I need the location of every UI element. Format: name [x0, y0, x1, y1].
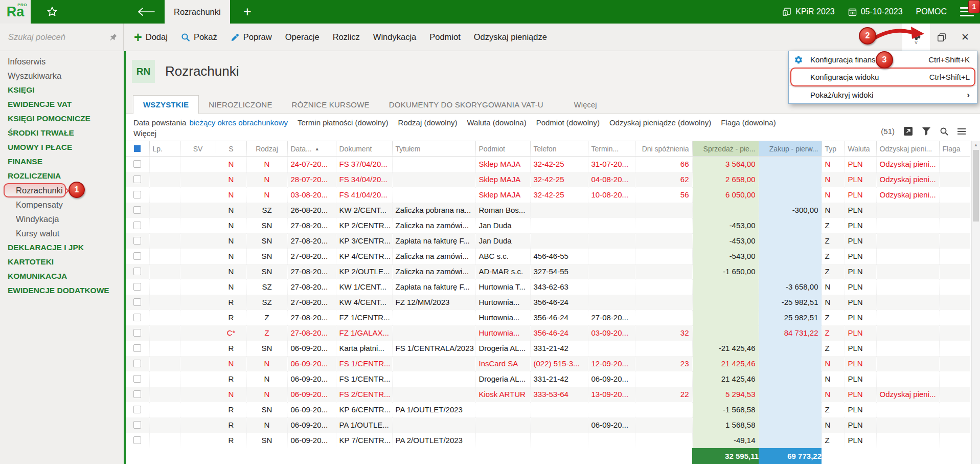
filter-waluta-dowolna[interactable]: Waluta (dowolna) — [467, 118, 526, 127]
sidebar-item-ewidencje-dodatkowe[interactable]: EWIDENCJE DODATKOWE — [0, 283, 124, 298]
filter-funnel-icon[interactable] — [922, 127, 931, 136]
table-row[interactable]: RZ27-08-20...FZ 1/CENTR...Hurtownia...35… — [126, 310, 970, 325]
app-logo[interactable]: Ra PRO — [0, 0, 31, 24]
row-checkbox[interactable] — [133, 298, 141, 306]
table-row[interactable]: NSN27-08-20...KP 3/CENTR...Zapłata na fa… — [126, 233, 970, 249]
sidebar-item-rozliczenia[interactable]: ROZLICZENIA — [0, 169, 124, 183]
column-header-sv[interactable]: SV — [180, 141, 216, 157]
favorites-star-icon[interactable] — [46, 6, 58, 18]
select-all-checkbox[interactable] — [134, 145, 141, 152]
toolbar-button-windykacja[interactable]: Windykacja — [373, 32, 416, 42]
table-row[interactable]: NSN27-08-20...KP 2/OUTLE...Zaliczka na z… — [126, 264, 970, 279]
search-icon[interactable] — [940, 127, 949, 136]
help-menu[interactable]: POMOC — [916, 7, 947, 16]
toolbar-button-odzyskaj-pieniądze[interactable]: Odzyskaj pieniądze — [474, 32, 547, 42]
column-header-telefon[interactable]: Telefon — [530, 141, 588, 157]
row-checkbox[interactable] — [133, 406, 141, 413]
period-selector[interactable]: 1 KPiR 2023 — [782, 7, 835, 16]
list-menu-icon[interactable] — [958, 128, 966, 135]
restore-window-button[interactable] — [930, 24, 953, 51]
table-row[interactable]: NN06-09-20...FS 1/CENTR...InsCard SA(022… — [126, 356, 970, 371]
row-checkbox[interactable] — [133, 390, 141, 398]
export-icon[interactable] — [903, 126, 913, 136]
filter-odzyskaj-pieniądze-dowolny[interactable]: Odzyskaj pieniądze (dowolny) — [609, 118, 711, 127]
column-header-flaga[interactable]: Flaga — [939, 141, 970, 157]
filter-data-powstania[interactable]: Data powstaniabieżący okres obrachunkowy — [133, 118, 288, 127]
toolbar-button-dodaj[interactable]: +Dodaj — [134, 32, 168, 42]
tab-więcej[interactable]: Więcej — [564, 96, 607, 114]
toolbar-button-rozlicz[interactable]: Rozlicz — [333, 32, 360, 42]
column-header-dni[interactable]: Dni spóźnienia — [635, 141, 692, 157]
recover-money-link[interactable]: Odzyskaj pieni... — [876, 187, 939, 203]
column-header-podmiot[interactable]: Podmiot — [475, 141, 530, 157]
filter-podmiot-dowolny[interactable]: Podmiot (dowolny) — [536, 118, 600, 127]
sidebar-item-środki-trwałe[interactable]: ŚRODKI TRWAŁE — [0, 126, 124, 140]
table-row[interactable]: NN03-08-20...FS 41/04/20...Sklep MAJA32-… — [126, 187, 970, 203]
sidebar-item-deklaracje-i-jpk[interactable]: DEKLARACJE I JPK — [0, 240, 124, 255]
row-checkbox[interactable] — [133, 237, 141, 245]
column-header-waluta[interactable]: Waluta — [845, 141, 876, 157]
column-header-typ[interactable]: Typ — [822, 141, 845, 157]
table-row[interactable]: NSN27-08-20...KP 4/CENTR...Zaliczka na z… — [126, 249, 970, 264]
date-selector[interactable]: 05-10-2023 — [848, 7, 903, 16]
table-row[interactable]: RSZ27-08-20...KW 4/CENT...FZ 12/MM/2023H… — [126, 295, 970, 310]
tab-nierozliczone[interactable]: NIEROZLICZONE — [199, 96, 282, 114]
tab-wszystkie[interactable]: WSZYSTKIE — [133, 95, 199, 114]
table-row[interactable]: NSZ27-08-20...KW 1/CENT...Zapłata na fak… — [126, 279, 970, 295]
sidebar-item-księgi[interactable]: KSIĘGI — [0, 83, 124, 97]
window-tab-rozrachunki[interactable]: Rozrachunki — [165, 0, 230, 24]
column-header-dokument[interactable]: Dokument — [336, 141, 392, 157]
column-header-s[interactable]: S — [216, 141, 246, 157]
table-row[interactable]: RSN06-09-20...Karta płatni...FS 1/CENTRA… — [126, 341, 970, 356]
row-checkbox[interactable] — [133, 375, 141, 383]
column-header-odzyskaj[interactable]: Odzyskaj pieni... — [876, 141, 939, 157]
tab-dokumenty-do-skorygowania-vat-u[interactable]: DOKUMENTY DO SKORYGOWANIA VAT-U — [379, 96, 553, 114]
toolbar-button-popraw[interactable]: Popraw — [231, 32, 272, 42]
sidebar-item-komunikacja[interactable]: KOMUNIKACJA — [0, 269, 124, 283]
sidebar-item-księgi-pomocnicze[interactable]: KSIĘGI POMOCNICZE — [0, 112, 124, 126]
scroll-up-icon[interactable]: ▲ — [972, 141, 980, 149]
row-checkbox[interactable] — [133, 314, 141, 321]
recover-money-link[interactable]: Odzyskaj pieni... — [876, 172, 939, 187]
sidebar-item-windykacja[interactable]: Windykacja — [0, 212, 124, 226]
filter-flaga-dowolna[interactable]: Flaga (dowolna) — [721, 118, 776, 127]
recover-money-link[interactable]: Odzyskaj pieni... — [876, 387, 939, 402]
column-header-select-all[interactable] — [126, 141, 149, 157]
sidebar-item-finanse[interactable]: FINANSE — [0, 154, 124, 169]
row-checkbox[interactable] — [133, 283, 141, 291]
tab-różnice-kursowe[interactable]: RÓŻNICE KURSOWE — [282, 96, 379, 114]
row-checkbox[interactable] — [133, 252, 141, 260]
column-header-tytulem[interactable]: Tytułem — [392, 141, 475, 157]
sidebar-item-infoserwis[interactable]: Infoserwis — [0, 54, 124, 69]
toolbar-button-operacje[interactable]: Operacje — [285, 32, 320, 42]
pin-icon[interactable] — [109, 33, 117, 41]
sidebar-item-kartoteki[interactable]: KARTOTEKI — [0, 255, 124, 269]
row-checkbox[interactable] — [133, 160, 141, 168]
row-checkbox[interactable] — [133, 344, 141, 352]
row-checkbox[interactable] — [133, 436, 141, 444]
column-header-data[interactable]: Data...▲ — [287, 141, 336, 157]
table-row[interactable]: NN24-07-20...FS 37/04/20...Sklep MAJA32-… — [126, 157, 970, 172]
row-checkbox[interactable] — [133, 222, 141, 229]
column-header-termin[interactable]: Termin... — [588, 141, 635, 157]
close-window-button[interactable]: ✕ — [953, 24, 977, 51]
new-tab-button[interactable]: + — [236, 0, 259, 24]
table-row[interactable]: RSN06-09-20...KP 6/CENTR...PA 1/OUTLET/2… — [126, 402, 970, 417]
column-header-sprzedaz[interactable]: Sprzedaż - pie... — [692, 141, 759, 157]
menu-item-konfiguracja-widoku[interactable]: Konfiguracja widoku Ctrl+Shift+L — [789, 69, 977, 86]
sidebar-item-kompensaty[interactable]: Kompensaty — [0, 197, 124, 212]
command-search[interactable]: Szukaj poleceń — [0, 24, 124, 51]
sidebar-item-ewidencje-vat[interactable]: EWIDENCJE VAT — [0, 97, 124, 112]
row-checkbox[interactable] — [133, 360, 141, 367]
menu-item-pokaz-ukryj-widoki[interactable]: Pokaż/ukryj widoki › — [789, 86, 977, 103]
table-row[interactable]: NSN27-08-20...KP 2/CENTR...Zaliczka na z… — [126, 218, 970, 233]
sidebar-item-rozrachunki[interactable]: 1Rozrachunki — [0, 183, 124, 197]
column-header-lp[interactable]: Lp. — [149, 141, 180, 157]
row-checkbox[interactable] — [133, 268, 141, 275]
row-checkbox[interactable] — [133, 421, 141, 429]
row-checkbox[interactable] — [133, 191, 141, 198]
filter-value[interactable]: bieżący okres obrachunkowy — [189, 118, 288, 127]
table-row[interactable]: RN06-09-20...FS 1/CENTR...Drogeria AL...… — [126, 371, 970, 387]
sidebar-item-umowy-i-płace[interactable]: UMOWY I PŁACE — [0, 140, 124, 154]
row-checkbox[interactable] — [133, 206, 141, 214]
